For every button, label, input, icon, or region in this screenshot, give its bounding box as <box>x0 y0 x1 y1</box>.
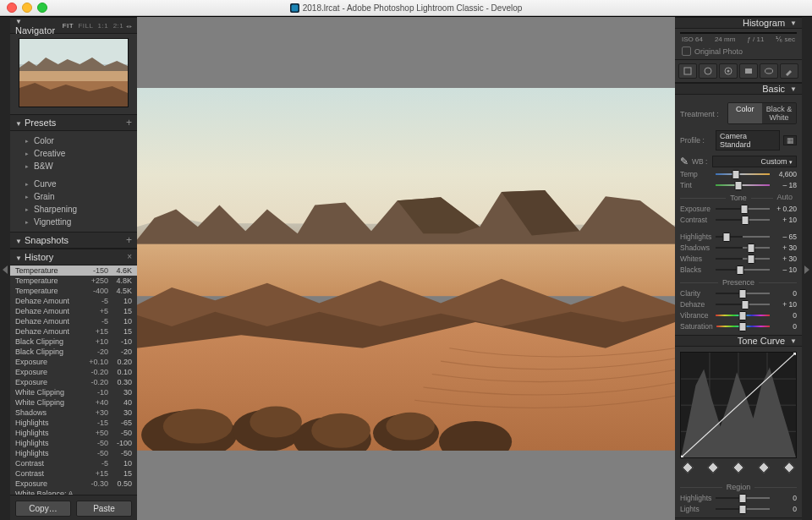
preset-group[interactable]: Creative <box>10 147 137 160</box>
histogram-graph[interactable] <box>680 32 797 34</box>
history-row[interactable]: Exposure-0.300.50 <box>10 479 137 489</box>
svg-point-15 <box>250 407 302 438</box>
graduated-filter-tool[interactable] <box>739 63 758 79</box>
wb-dropdown[interactable]: Custom ▾ <box>712 156 797 167</box>
history-row[interactable]: Black Clipping+10-10 <box>10 337 137 347</box>
exposure-slider[interactable] <box>716 205 770 213</box>
svg-point-14 <box>163 409 233 444</box>
tone-curve-graph[interactable] <box>680 352 797 458</box>
navigator-header[interactable]: ▼ Navigator FIT FILL 1:1 2:1 ◂▸ <box>10 17 137 34</box>
svg-rect-1 <box>291 4 298 11</box>
clear-history-button[interactable]: × <box>127 253 132 261</box>
original-photo-toggle[interactable]: Original Photo <box>675 45 802 59</box>
radial-filter-tool[interactable] <box>760 63 778 79</box>
history-row[interactable]: Exposure+0.100.20 <box>10 357 137 367</box>
history-row[interactable]: Contrast-510 <box>10 458 137 468</box>
history-row[interactable]: Shadows+3030 <box>10 408 137 418</box>
basic-panel: Treatment : Color Black & White Profile … <box>675 95 802 335</box>
tc-highlights-slider[interactable] <box>716 494 770 502</box>
history-row[interactable]: Dehaze Amount-510 <box>10 316 137 326</box>
tc-lights-slider[interactable] <box>716 505 770 513</box>
right-panel-collapse-grip[interactable] <box>802 17 812 520</box>
svg-point-23 <box>727 70 730 73</box>
paste-settings-button[interactable]: Paste <box>76 501 132 517</box>
add-snapshot-button[interactable]: + <box>126 235 132 245</box>
crop-tool[interactable] <box>678 63 697 79</box>
history-row[interactable]: Temperature-4004.5K <box>10 286 137 296</box>
lightroom-app-icon <box>290 3 299 13</box>
history-row[interactable]: Temperature+2504.8K <box>10 276 137 286</box>
main-preview-area[interactable] <box>137 17 675 520</box>
treatment-bw[interactable]: Black & White <box>762 103 796 123</box>
add-preset-button[interactable]: + <box>126 118 132 128</box>
auto-tone-button[interactable]: Auto <box>773 193 797 201</box>
history-row[interactable]: Highlights-50-50 <box>10 448 137 458</box>
tint-slider[interactable] <box>716 181 770 189</box>
svg-point-25 <box>765 68 773 74</box>
history-row[interactable]: White Clipping-1030 <box>10 387 137 397</box>
history-row[interactable]: Dehaze Amount+1515 <box>10 326 137 337</box>
history-header[interactable]: ▼ History × <box>10 249 137 265</box>
preset-group[interactable]: Curve <box>10 178 137 190</box>
copy-settings-button[interactable]: Copy… <box>15 501 71 517</box>
profile-browser-icon[interactable]: ▦ <box>783 135 797 145</box>
navigator-preview[interactable] <box>19 38 129 107</box>
history-title: History <box>25 252 53 262</box>
shadows-slider[interactable] <box>716 244 770 252</box>
saturation-slider[interactable] <box>716 322 770 331</box>
eyedropper-icon[interactable]: ✎ <box>680 156 689 167</box>
snapshots-header[interactable]: ▼ Snapshots + <box>10 232 137 249</box>
history-row[interactable]: Highlights+50-50 <box>10 428 137 438</box>
left-panel-collapse-grip[interactable] <box>0 17 10 520</box>
mac-title-bar: 2018.lrcat - Adobe Photoshop Lightroom C… <box>0 0 812 16</box>
svg-point-16 <box>311 413 370 448</box>
history-row[interactable]: Exposure-0.200.10 <box>10 367 137 377</box>
tint-value[interactable]: – 18 <box>773 181 797 189</box>
tool-strip <box>675 59 802 83</box>
history-row[interactable]: Contrast+1515 <box>10 468 137 479</box>
preset-group[interactable]: Grain <box>10 190 137 203</box>
history-row[interactable]: Highlights-50-100 <box>10 438 137 448</box>
clarity-slider[interactable] <box>716 289 770 298</box>
history-row[interactable]: Temperature-1504.6K <box>10 265 137 276</box>
preset-group[interactable]: B&W <box>10 160 137 172</box>
history-row[interactable]: White Balance: As Shot <box>10 489 137 495</box>
treatment-label: Treatment : <box>680 110 719 118</box>
dehaze-slider[interactable] <box>716 300 770 309</box>
tone-curve-split-handles[interactable] <box>683 463 793 472</box>
preset-group[interactable]: Vignetting <box>10 216 137 228</box>
tone-curve-header[interactable]: Tone Curve ▼ <box>675 335 802 347</box>
preset-group[interactable]: Sharpening <box>10 203 137 216</box>
history-row[interactable]: Exposure-0.200.30 <box>10 377 137 387</box>
chevron-down-icon: ▼ <box>790 19 797 27</box>
vibrance-slider[interactable] <box>716 311 770 320</box>
highlights-slider[interactable] <box>716 233 770 241</box>
blacks-slider[interactable] <box>716 265 770 274</box>
adjustment-brush-tool[interactable] <box>780 63 798 79</box>
history-row[interactable]: Dehaze Amount+515 <box>10 306 137 316</box>
profile-dropdown[interactable]: Camera Standard <box>716 130 780 151</box>
temp-slider[interactable] <box>716 170 770 178</box>
chevron-down-icon: ▼ <box>790 85 797 93</box>
preset-group[interactable]: Color <box>10 134 137 147</box>
presets-header[interactable]: ▼ Presets + <box>10 114 137 131</box>
tone-subhead: Tone <box>726 194 751 202</box>
whites-slider[interactable] <box>716 255 770 263</box>
right-panel: Histogram ▼ ISO 64 24 mm ƒ / 11 ⅙ sec Or… <box>675 17 802 520</box>
history-row[interactable]: Highlights-15-65 <box>10 418 137 428</box>
chevron-down-icon: ▼ <box>790 337 797 345</box>
basic-title: Basic <box>762 84 785 94</box>
navigator-zoom-modes[interactable]: FIT FILL 1:1 2:1 ◂▸ <box>63 22 132 30</box>
history-row[interactable]: White Clipping+4040 <box>10 397 137 408</box>
histogram-header[interactable]: Histogram ▼ <box>675 17 802 29</box>
basic-header[interactable]: Basic ▼ <box>675 83 802 95</box>
temp-value[interactable]: 4,600 <box>773 170 797 178</box>
treatment-color[interactable]: Color <box>728 103 762 123</box>
svg-point-21 <box>705 68 711 74</box>
preview-thumbnail <box>19 39 128 107</box>
history-row[interactable]: Dehaze Amount-510 <box>10 296 137 306</box>
spot-removal-tool[interactable] <box>699 63 717 79</box>
red-eye-tool[interactable] <box>719 63 738 79</box>
contrast-slider[interactable] <box>716 216 770 224</box>
history-row[interactable]: Black Clipping-20-20 <box>10 347 137 357</box>
